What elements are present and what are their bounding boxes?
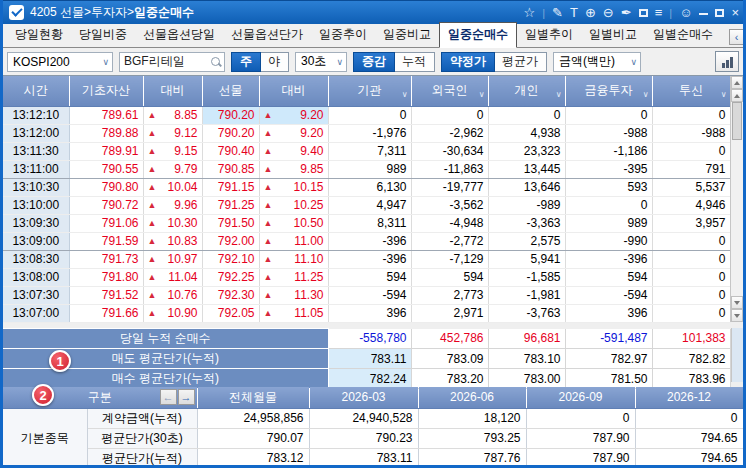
cell-individual[interactable]: -989 [488, 196, 565, 214]
cell-foreigner[interactable]: -30,634 [411, 142, 488, 160]
cell-fin-invest[interactable]: -1,186 [565, 142, 652, 160]
favorite-star-icon[interactable]: ☆ [524, 6, 536, 20]
cell-institution[interactable]: 6,130 [328, 178, 411, 196]
help-chat-icon[interactable]: ☺ [679, 6, 692, 20]
cell-fin-invest[interactable]: -395 [565, 160, 652, 178]
menu-list-icon[interactable]: ≡ [655, 6, 663, 20]
column-header-시간[interactable]: 시간 [3, 76, 69, 106]
cell-foreigner[interactable]: 2,971 [411, 304, 488, 322]
cell-fin-invest[interactable]: -396 [565, 250, 652, 268]
cell-foreigner[interactable]: -4,948 [411, 214, 488, 232]
cell-futures-change[interactable]: ▲11.10 [259, 250, 328, 268]
column-header-전체월물[interactable]: 전체월물 [197, 387, 309, 408]
cell-underlying-change[interactable]: ▲10.04 [143, 178, 202, 196]
toggle-option-증감[interactable]: 증감 [353, 52, 395, 72]
cell-fin-invest[interactable]: 989 [565, 214, 652, 232]
cell-foreigner[interactable]: -2,962 [411, 124, 488, 142]
column-header-기관[interactable]: 기관∨ [328, 76, 411, 106]
chart-view-button[interactable] [715, 51, 739, 72]
cell-underlying[interactable]: 791.80 [69, 268, 143, 286]
cell-fin-invest[interactable]: -990 [565, 232, 652, 250]
cell-institution[interactable]: -396 [328, 250, 411, 268]
tab-선물옵션당일[interactable]: 선물옵션당일 [135, 23, 223, 47]
cell-underlying[interactable]: 791.06 [69, 214, 143, 232]
cell-futures-change[interactable]: ▲9.85 [259, 160, 328, 178]
cell-underlying-change[interactable]: ▲11.04 [143, 268, 202, 286]
cell-institution[interactable]: 396 [328, 304, 411, 322]
cell-institution[interactable]: 8,311 [328, 214, 411, 232]
cell-futures[interactable]: 792.30 [202, 286, 259, 304]
cell-investment-trust[interactable]: 0 [652, 304, 730, 322]
scroll-up-button[interactable] [731, 76, 743, 89]
zoom-out-icon[interactable]: ⊖ [603, 6, 614, 20]
cell-foreigner[interactable]: 594 [411, 268, 488, 286]
cell-investment-trust[interactable]: 791 [652, 160, 730, 178]
tab-일별비교[interactable]: 일별비교 [581, 23, 645, 47]
scroll-down-button[interactable] [731, 309, 743, 322]
cell-futures-change[interactable]: ▲9.40 [259, 142, 328, 160]
cell-investment-trust[interactable]: 0 [652, 106, 730, 124]
cell-underlying[interactable]: 790.80 [69, 178, 143, 196]
cell-foreigner[interactable]: -2,772 [411, 232, 488, 250]
capture-icon[interactable] [639, 9, 648, 17]
filter-arrow-icon[interactable]: ∨ [721, 90, 727, 99]
cell-investment-trust[interactable]: 0 [652, 250, 730, 268]
cell-futures-change[interactable]: ▲11.05 [259, 304, 328, 322]
cell-investment-trust[interactable]: -988 [652, 124, 730, 142]
cell-individual[interactable]: 23,323 [488, 142, 565, 160]
tab-일중비교[interactable]: 일중비교 [375, 23, 439, 47]
symbol-search-field[interactable] [119, 52, 225, 72]
cell-time[interactable]: 13:08:00 [3, 268, 69, 286]
cell-underlying-change[interactable]: ▲10.30 [143, 214, 202, 232]
cell-institution[interactable]: -396 [328, 232, 411, 250]
cell-time[interactable]: 13:11:00 [3, 160, 69, 178]
font-setting-icon[interactable]: T [570, 6, 578, 20]
symbol-input[interactable] [124, 55, 210, 69]
toggle-option-주[interactable]: 주 [231, 52, 261, 72]
cell-futures[interactable]: 790.20 [202, 106, 259, 124]
cell-futures[interactable]: 791.15 [202, 178, 259, 196]
cell-futures[interactable]: 790.20 [202, 124, 259, 142]
cell-futures[interactable]: 792.05 [202, 304, 259, 322]
unit-select[interactable]: 금액(백만) ∨ [553, 52, 641, 72]
close-icon[interactable]: × [731, 6, 739, 20]
scroll-down-button[interactable] [731, 296, 743, 309]
cell-underlying[interactable]: 791.66 [69, 304, 143, 322]
cell-foreigner[interactable]: -19,777 [411, 178, 488, 196]
cell-futures[interactable]: 791.50 [202, 214, 259, 232]
cell-foreigner[interactable]: 2,773 [411, 286, 488, 304]
scrollbar-track[interactable] [731, 140, 743, 296]
tab-당일비중[interactable]: 당일비중 [71, 23, 135, 47]
cell-time[interactable]: 13:10:00 [3, 196, 69, 214]
cell-individual[interactable]: -3,363 [488, 214, 565, 232]
filter-arrow-icon[interactable]: ∨ [643, 90, 649, 99]
cell-underlying-change[interactable]: ▲9.96 [143, 196, 202, 214]
cell-time[interactable]: 13:12:00 [3, 124, 69, 142]
toggle-option-야[interactable]: 야 [260, 53, 288, 71]
cell-time[interactable]: 13:07:00 [3, 304, 69, 322]
cell-institution[interactable]: 594 [328, 268, 411, 286]
column-header-대비[interactable]: 대비 [143, 76, 202, 106]
cell-underlying[interactable]: 791.59 [69, 232, 143, 250]
cell-futures-change[interactable]: ▲11.00 [259, 232, 328, 250]
cell-time[interactable]: 13:07:30 [3, 286, 69, 304]
cell-fin-invest[interactable]: 594 [565, 268, 652, 286]
cell-futures-change[interactable]: ▲11.30 [259, 286, 328, 304]
cell-institution[interactable]: -594 [328, 286, 411, 304]
cell-individual[interactable]: 5,941 [488, 250, 565, 268]
cell-time[interactable]: 13:11:30 [3, 142, 69, 160]
cell-fin-invest[interactable]: -988 [565, 124, 652, 142]
cell-futures-change[interactable]: ▲10.15 [259, 178, 328, 196]
filter-arrow-icon[interactable]: ∨ [479, 90, 485, 99]
cell-individual[interactable]: 4,938 [488, 124, 565, 142]
column-header-2026-03[interactable]: 2026-03 [309, 387, 418, 408]
restore-icon[interactable] [715, 9, 724, 17]
cell-underlying-change[interactable]: ▲10.83 [143, 232, 202, 250]
next-month-button[interactable]: → [178, 389, 195, 405]
column-header-개인[interactable]: 개인∨ [488, 76, 565, 106]
cell-foreigner[interactable]: 0 [411, 106, 488, 124]
cell-foreigner[interactable]: -11,863 [411, 160, 488, 178]
tab-당일현황[interactable]: 당일현황 [7, 23, 71, 47]
cell-futures[interactable]: 792.00 [202, 232, 259, 250]
cell-investment-trust[interactable]: 0 [652, 268, 730, 286]
